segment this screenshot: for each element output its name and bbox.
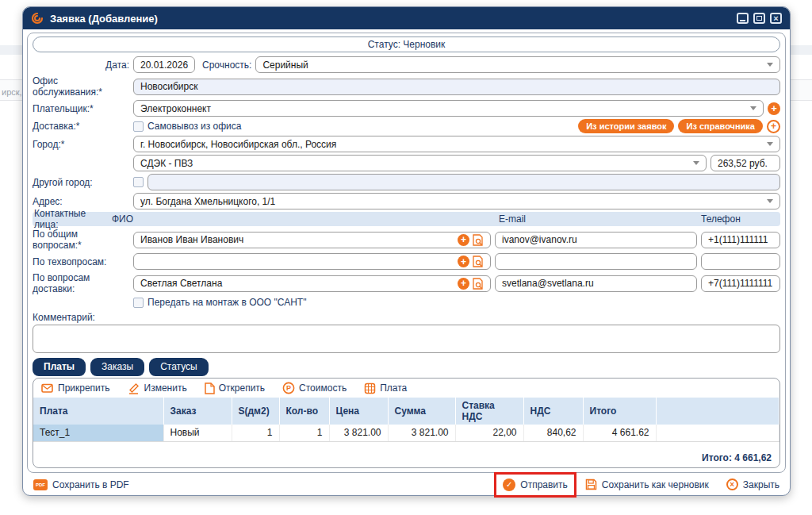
detach-button[interactable]: Открепить [205,382,265,394]
contact-general-email-input[interactable]: ivanov@ivanov.ru [495,232,697,248]
add-contact-icon[interactable]: + [458,256,469,267]
envelope-icon [41,383,54,394]
table-header-row: Плата Заказ S(дм2) Кол-во Цена Сумма Ста… [33,398,779,425]
office-label: Офис обслуживания:* [33,75,129,98]
urgency-select[interactable]: Серийный [255,56,780,73]
add-contact-icon[interactable]: + [458,278,469,290]
view-contact-icon[interactable] [473,234,484,246]
chevron-down-icon [767,199,773,203]
col-qty[interactable]: Кол-во [279,398,329,425]
contact-tech-phone-input[interactable] [701,253,780,270]
page: ирск, Заявка (Добавление) × Статус: Черн… [0,0,812,515]
background-partial-text: ирск, [2,87,22,97]
contact-general-phone-input[interactable]: +1(111)111111 [701,232,780,248]
contact-delivery-fio-input[interactable]: Светлая Светлана + [133,275,491,292]
col-filler [656,398,779,425]
date-input[interactable]: 20.01.2026 [133,56,195,73]
save-draft-button[interactable]: Сохранить как черновик [585,478,709,490]
contact-general-fio-input[interactable]: Иванов Иван Иванович + [133,232,491,248]
col-order[interactable]: Заказ [163,398,232,425]
from-directory-button[interactable]: Из справочника [678,119,763,133]
address-label: Адрес: [33,196,129,207]
attach-button[interactable]: Прикрепить [41,382,110,394]
view-contact-icon[interactable] [473,256,484,267]
contacts-label: Контактные лица: [33,208,112,230]
send-button[interactable]: ✓ Отправить [503,478,568,491]
col-vat-rate[interactable]: Ставка НДС [455,398,523,425]
cell-total[interactable]: 4 661.62 [583,425,656,441]
payer-row: Плательщик:* Электроконнект + [33,100,780,117]
montage-row: Передать на монтаж в ООО "САНТ" [133,297,780,308]
close-button[interactable]: × Закрыть [726,478,779,490]
cell-plate[interactable]: Тест_1 [33,425,163,441]
comment-textarea[interactable] [33,325,780,353]
window-controls: × [737,13,782,24]
edit-button[interactable]: Изменить [128,382,187,394]
cell-area[interactable]: 1 [232,425,279,441]
grid-toolbar: Прикрепить Изменить Откреп [33,379,779,398]
delivery-price-field[interactable]: 263,52 руб. [710,155,780,171]
close-icon[interactable]: × [770,13,782,24]
address-select[interactable]: ул. Богдана Хмельницкого, 1/1 [133,193,780,209]
cell-vat[interactable]: 840,62 [523,425,583,441]
payer-select[interactable]: Электроконнект [133,100,764,117]
cell-vat-rate[interactable]: 22,00 [455,425,523,441]
contacts-header-fio: ФИО [112,213,499,225]
delivery-label: Доставка:* [33,121,129,132]
col-vat[interactable]: НДС [523,398,583,425]
add-contact-icon[interactable]: + [458,234,469,246]
urgency-label: Срочность: [202,60,251,71]
pdf-icon: PDF [33,479,48,490]
cell-qty[interactable]: 1 [279,425,329,441]
view-contact-icon[interactable] [473,278,484,290]
col-area[interactable]: S(дм2) [232,398,279,425]
cost-button[interactable]: P Стоимость [282,382,347,394]
col-sum[interactable]: Сумма [388,398,455,425]
cell-sum[interactable]: 3 821.00 [388,425,455,441]
office-field[interactable]: Новосибирск [133,79,780,95]
montage-checkbox[interactable] [133,298,144,308]
contact-delivery-phone-input[interactable]: +7(111)1111111 [701,275,780,292]
col-plate[interactable]: Плата [33,398,163,425]
tab-statusy[interactable]: Статусы [149,358,209,376]
delivery-service-select[interactable]: СДЭК - ПВЗ [133,155,707,171]
comment-label: Комментарий: [33,312,780,323]
other-city-label: Другой город: [33,177,129,188]
contacts-header-phone: Телефон [701,213,780,225]
contact-row-tech: По техвопросам: + [33,253,780,270]
contact-tech-email-input[interactable] [495,253,697,270]
floppy-icon [585,478,597,490]
date-urgency-row: Дата: 20.01.2026 Срочность: Серийный [33,56,780,73]
col-price[interactable]: Цена [329,398,388,425]
plate-button[interactable]: Плата [364,382,407,394]
form-panel: Статус: Черновик Дата: 20.01.2026 Срочно… [27,33,786,473]
city-select[interactable]: г. Новосибирск, Новосибирская обл., Росс… [133,136,780,152]
contacts-header-email: E-mail [499,213,701,225]
table-row[interactable]: Тест_1 Новый 1 1 3 821.00 3 821.00 22,00… [33,425,779,441]
pickup-checkbox[interactable] [133,121,144,132]
other-city-input[interactable] [147,174,780,190]
city-label: Город:* [33,139,129,150]
cell-price[interactable]: 3 821.00 [329,425,388,441]
add-delivery-button[interactable]: + [767,120,780,133]
tab-platy[interactable]: Платы [33,358,86,376]
cell-order[interactable]: Новый [163,425,232,441]
window-content: Статус: Черновик Дата: 20.01.2026 Срочно… [23,29,790,495]
maximize-icon[interactable] [753,13,765,24]
col-total[interactable]: Итого [583,398,656,425]
plates-grid-panel: Прикрепить Изменить Откреп [33,378,780,468]
delivery-row: Доставка:* Самовывоз из офиса Из истории… [33,119,780,133]
add-payer-button[interactable]: + [768,102,780,115]
minimize-icon[interactable] [737,13,749,24]
from-history-button[interactable]: Из истории заявок [578,119,674,133]
tab-zakazy[interactable]: Заказы [90,358,144,376]
save-pdf-button[interactable]: PDF Сохранить в PDF [33,479,129,490]
contacts-header: Контактные лица: ФИО E-mail Телефон [33,212,780,226]
city-row: Город:* г. Новосибирск, Новосибирская об… [33,136,780,152]
contact-tech-fio-input[interactable]: + [133,253,491,270]
contact-general-label: По общим вопросам:* [33,229,129,251]
office-row: Офис обслуживания:* Новосибирск [33,75,780,98]
address-row: Адрес: ул. Богдана Хмельницкого, 1/1 [33,193,780,209]
other-city-checkbox[interactable] [133,177,144,187]
contact-delivery-email-input[interactable]: svetlana@svetlana.ru [495,275,697,292]
